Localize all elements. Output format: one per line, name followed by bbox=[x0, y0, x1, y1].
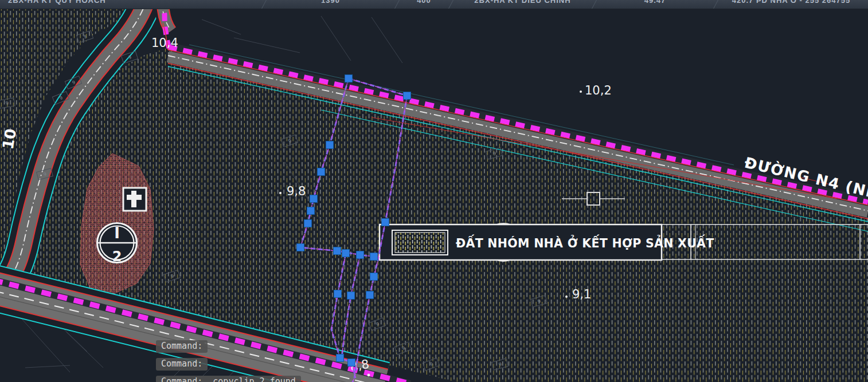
legend-swatch-hatch bbox=[395, 233, 445, 253]
legend-label: ĐẤT NHÓM NHÀ Ở KẾT HỢP SẢN XUẤT bbox=[456, 234, 714, 250]
tab-drawing-1[interactable]: 2BX-HA KT QUY HOACH bbox=[0, 0, 264, 9]
tab-drawing-3[interactable]: 400 bbox=[397, 0, 451, 9]
tab-label: 400 bbox=[397, 0, 451, 5]
command-line-history: Command: Command: Command: copyclip 2 fo… bbox=[156, 340, 301, 382]
drawing-tab-bar: 2BX-HA KT QUY HOACH 1390 400 2BX-HA KT D… bbox=[0, 0, 868, 9]
cad-application-window: 2BX-HA KT QUY HOACH 1390 400 2BX-HA KT D… bbox=[0, 0, 868, 382]
elevation-label: 10,2 bbox=[585, 84, 612, 97]
tab-drawing-5[interactable]: 49.47 bbox=[595, 0, 715, 9]
tab-label: 2BX-HA KT DIEU CHINH bbox=[451, 0, 594, 5]
tab-label: 2BX-HA KT QUY HOACH bbox=[0, 0, 264, 5]
tab-drawing-2[interactable]: 1390 bbox=[264, 0, 397, 9]
church-cross-icon bbox=[123, 188, 146, 211]
tab-drawing-6[interactable]: 420.7 PD NHA O - 255 264755 bbox=[716, 0, 866, 9]
tab-drawing-4[interactable]: 2BX-HA KT DIEU CHINH bbox=[451, 0, 594, 9]
zone-number: 2 bbox=[112, 249, 122, 265]
command-echo: Command: bbox=[156, 340, 208, 353]
command-echo: Command: bbox=[156, 358, 208, 371]
elevation-label: 10,4 bbox=[151, 36, 178, 50]
elevation-label: 9,1 bbox=[572, 288, 591, 301]
command-echo: Command: copyclip 2 found bbox=[156, 376, 301, 382]
zone-roman-numeral: I bbox=[114, 225, 120, 242]
elevation-label: 9,8 bbox=[287, 184, 306, 198]
tab-label: 420.7 PD NHA O - 255 264755 bbox=[716, 0, 866, 5]
tab-label: 49.47 bbox=[595, 0, 715, 5]
tab-label: 1390 bbox=[264, 0, 397, 5]
cad-viewport[interactable]: 9 9 9 9 9 9 9 9 9 9 9 9 9 9 ĐẤT NHÓM NHÀ… bbox=[0, 0, 868, 382]
